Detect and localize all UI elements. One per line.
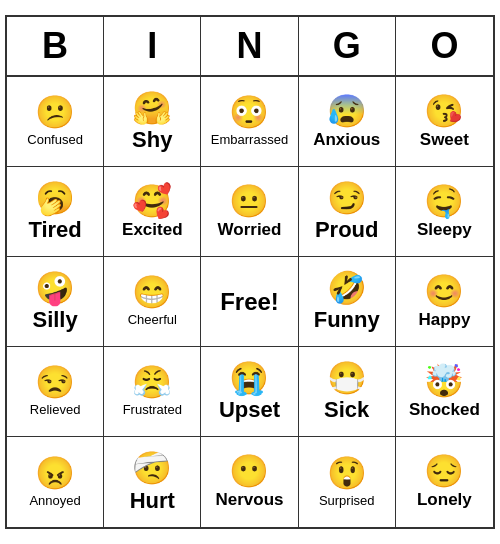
cell-emoji: 😒	[35, 365, 75, 400]
cell-label: Surprised	[319, 493, 375, 509]
bingo-letter-b: B	[7, 17, 104, 75]
cell-emoji: 😁	[132, 275, 172, 310]
cell-emoji: 😳	[229, 95, 269, 130]
bingo-cell-cheerful: 😁Cheerful	[104, 257, 201, 347]
bingo-cell-shocked: 🤯Shocked	[396, 347, 493, 437]
bingo-letter-i: I	[104, 17, 201, 75]
cell-emoji: 🥱	[35, 181, 75, 216]
cell-emoji: 😊	[424, 274, 464, 309]
cell-label: Relieved	[30, 402, 81, 418]
cell-emoji: 🤪	[35, 271, 75, 306]
cell-label: Silly	[32, 308, 77, 332]
cell-emoji: 😠	[35, 456, 75, 491]
cell-label: Lonely	[417, 491, 472, 510]
bingo-cell-relieved: 😒Relieved	[7, 347, 104, 437]
cell-emoji: 🤗	[132, 91, 172, 126]
cell-emoji: 😶	[229, 454, 269, 489]
cell-emoji: 😔	[424, 454, 464, 489]
cell-emoji: 🤣	[327, 271, 367, 306]
cell-label: Happy	[418, 311, 470, 330]
bingo-cell-sweet: 😘Sweet	[396, 77, 493, 167]
cell-label: Tired	[28, 218, 81, 242]
cell-label: Shy	[132, 128, 172, 152]
bingo-cell-worried: 😐Worried	[201, 167, 298, 257]
cell-emoji: 😷	[327, 361, 367, 396]
bingo-cell-tired: 🥱Tired	[7, 167, 104, 257]
cell-label: Shocked	[409, 401, 480, 420]
bingo-letter-n: N	[201, 17, 298, 75]
cell-emoji: 😭	[229, 361, 269, 396]
cell-emoji: 🥰	[132, 184, 172, 219]
cell-label: Anxious	[313, 131, 380, 150]
bingo-cell-hurt: 🤕Hurt	[104, 437, 201, 527]
cell-emoji: 🤤	[424, 184, 464, 219]
cell-label: Sick	[324, 398, 369, 422]
bingo-letter-g: G	[299, 17, 396, 75]
bingo-grid: 😕Confused🤗Shy😳Embarrassed😰Anxious😘Sweet🥱…	[7, 77, 493, 527]
cell-emoji: 😕	[35, 95, 75, 130]
cell-emoji: 😰	[327, 94, 367, 129]
bingo-cell-silly: 🤪Silly	[7, 257, 104, 347]
bingo-cell-excited: 🥰Excited	[104, 167, 201, 257]
bingo-cell-happy: 😊Happy	[396, 257, 493, 347]
cell-label: Embarrassed	[211, 132, 288, 148]
bingo-header: BINGO	[7, 17, 493, 77]
bingo-cell-free: Free!	[201, 257, 298, 347]
cell-label: Confused	[27, 132, 83, 148]
bingo-cell-confused: 😕Confused	[7, 77, 104, 167]
cell-label: Upset	[219, 398, 280, 422]
cell-label: Excited	[122, 221, 182, 240]
cell-label: Frustrated	[123, 402, 182, 418]
cell-label: Funny	[314, 308, 380, 332]
bingo-cell-shy: 🤗Shy	[104, 77, 201, 167]
bingo-cell-sick: 😷Sick	[299, 347, 396, 437]
bingo-cell-nervous: 😶Nervous	[201, 437, 298, 527]
cell-emoji: 😏	[327, 181, 367, 216]
cell-label: Sweet	[420, 131, 469, 150]
cell-emoji: 😤	[132, 365, 172, 400]
bingo-letter-o: O	[396, 17, 493, 75]
cell-label: Annoyed	[29, 493, 80, 509]
free-space-label: Free!	[220, 288, 279, 316]
cell-label: Cheerful	[128, 312, 177, 328]
bingo-cell-proud: 😏Proud	[299, 167, 396, 257]
bingo-cell-lonely: 😔Lonely	[396, 437, 493, 527]
bingo-cell-annoyed: 😠Annoyed	[7, 437, 104, 527]
cell-label: Proud	[315, 218, 379, 242]
cell-label: Nervous	[215, 491, 283, 510]
bingo-cell-funny: 🤣Funny	[299, 257, 396, 347]
bingo-cell-surprised: 😲Surprised	[299, 437, 396, 527]
cell-emoji: 😐	[229, 184, 269, 219]
bingo-cell-sleepy: 🤤Sleepy	[396, 167, 493, 257]
bingo-card: BINGO 😕Confused🤗Shy😳Embarrassed😰Anxious😘…	[5, 15, 495, 529]
cell-emoji: 🤕	[132, 451, 172, 486]
cell-label: Hurt	[130, 489, 175, 513]
bingo-cell-frustrated: 😤Frustrated	[104, 347, 201, 437]
cell-label: Sleepy	[417, 221, 472, 240]
bingo-cell-upset: 😭Upset	[201, 347, 298, 437]
cell-emoji: 🤯	[424, 364, 464, 399]
bingo-cell-embarrassed: 😳Embarrassed	[201, 77, 298, 167]
cell-emoji: 😲	[327, 456, 367, 491]
cell-label: Worried	[218, 221, 282, 240]
bingo-cell-anxious: 😰Anxious	[299, 77, 396, 167]
cell-emoji: 😘	[424, 94, 464, 129]
